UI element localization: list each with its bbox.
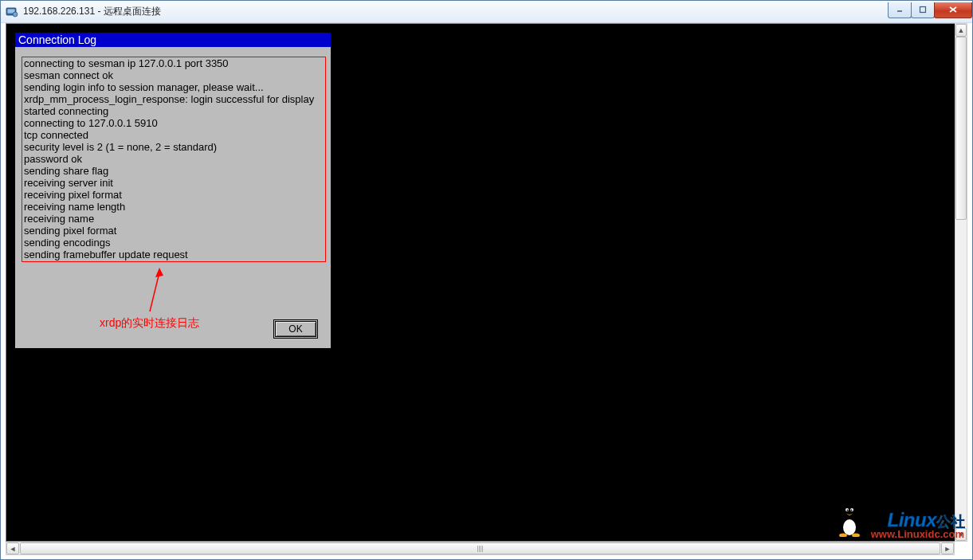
- svg-rect-4: [920, 7, 926, 13]
- scroll-up-button[interactable]: ▲: [955, 24, 967, 37]
- scroll-left-button[interactable]: ◄: [6, 542, 19, 554]
- log-line: sending share flag: [22, 165, 325, 177]
- log-line: sending encodings: [22, 237, 325, 249]
- ok-button-label: OK: [288, 323, 302, 335]
- scroll-track[interactable]: [955, 37, 967, 528]
- remote-desktop-viewport: Connection Log connecting to sesman ip 1…: [6, 23, 967, 542]
- tux-icon: [835, 502, 864, 537]
- log-box: connecting to sesman ip 127.0.0.1 port 3…: [22, 57, 326, 262]
- scroll-down-button[interactable]: ▼: [955, 528, 967, 541]
- ok-button[interactable]: OK: [275, 321, 316, 337]
- log-line: started connecting: [22, 105, 325, 117]
- svg-point-10: [843, 519, 856, 535]
- log-line: connecting to 127.0.0.1 5910: [22, 117, 325, 129]
- svg-line-7: [150, 272, 159, 311]
- log-line: tcp connected: [22, 129, 325, 141]
- minimize-button[interactable]: [888, 2, 912, 18]
- annotation-arrow-icon: [142, 268, 166, 319]
- annotation-text: xrdp的实时连接日志: [100, 316, 199, 331]
- horizontal-scrollbar[interactable]: ◄ ►: [6, 542, 955, 555]
- rdp-icon: [6, 6, 18, 18]
- dialog-title: Connection Log: [15, 33, 331, 47]
- svg-point-2: [13, 12, 18, 17]
- rdp-window: 192.168.226.131 - 远程桌面连接 Connection Log …: [0, 0, 973, 560]
- svg-point-15: [851, 510, 853, 511]
- titlebar: 192.168.226.131 - 远程桌面连接: [1, 1, 972, 23]
- log-line: receiving name: [22, 213, 325, 225]
- log-line: receiving name length: [22, 201, 325, 213]
- log-line: sending framebuffer update request: [22, 249, 325, 260]
- log-line: sending pixel format: [22, 225, 325, 237]
- svg-point-14: [847, 510, 849, 511]
- window-title: 192.168.226.131 - 远程桌面连接: [23, 5, 161, 18]
- log-line: receiving server init: [22, 177, 325, 189]
- scroll-thumb[interactable]: [20, 542, 940, 554]
- svg-marker-8: [155, 268, 163, 277]
- log-line: sesman connect ok: [22, 69, 325, 81]
- connection-log-dialog: Connection Log connecting to sesman ip 1…: [14, 32, 332, 349]
- scroll-right-button[interactable]: ►: [941, 542, 954, 554]
- log-line: password ok: [22, 153, 325, 165]
- scroll-thumb[interactable]: [955, 37, 967, 220]
- window-controls: [889, 2, 972, 18]
- vertical-scrollbar[interactable]: ▲ ▼: [955, 23, 967, 542]
- log-line: connecting to sesman ip 127.0.0.1 port 3…: [22, 57, 325, 69]
- log-line: xrdp_mm_process_login_response: login su…: [22, 93, 325, 105]
- log-line: receiving pixel format: [22, 189, 325, 201]
- close-button[interactable]: [934, 2, 972, 18]
- log-line: security level is 2 (1 = none, 2 = stand…: [22, 141, 325, 153]
- log-line: sending login info to session manager, p…: [22, 81, 325, 93]
- title-left: 192.168.226.131 - 远程桌面连接: [6, 5, 161, 18]
- svg-point-11: [842, 504, 857, 519]
- maximize-button[interactable]: [911, 2, 935, 18]
